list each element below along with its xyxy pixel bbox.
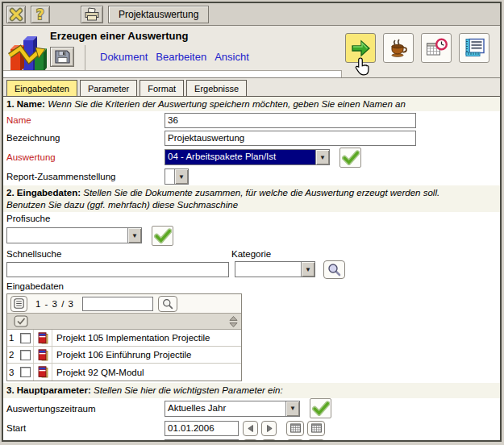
calendar-clock-icon bbox=[426, 38, 448, 58]
search-button[interactable] bbox=[323, 260, 345, 279]
table-header-row bbox=[7, 314, 241, 330]
sort-icon bbox=[229, 316, 238, 327]
start-calendar-alt-button[interactable] bbox=[307, 421, 325, 436]
table-row[interactable]: 3 Projekt 92 QM-Modul bbox=[7, 364, 241, 381]
save-icon bbox=[55, 50, 70, 64]
green-check-icon bbox=[154, 228, 172, 243]
table-row[interactable]: 2 Projekt 106 Einführung Projectile bbox=[7, 347, 241, 364]
name-label: Name bbox=[6, 115, 165, 125]
schnellsuche-input[interactable] bbox=[6, 262, 229, 277]
tab-eingabedaten[interactable]: Eingabedaten bbox=[6, 80, 77, 96]
close-icon bbox=[8, 6, 24, 23]
chart-logo-icon bbox=[8, 30, 47, 73]
document-tab-label: Projektauswertung bbox=[119, 9, 198, 20]
section1-heading: 1. Name: Wenn Sie die Kriterien der Ausw… bbox=[3, 97, 500, 111]
dropdown-arrow-icon: ▼ bbox=[174, 169, 188, 184]
arrow-right-icon bbox=[266, 425, 273, 432]
row-checkbox[interactable] bbox=[20, 367, 31, 377]
menu-item-dokument[interactable]: Dokument bbox=[100, 51, 148, 63]
row-checkbox[interactable] bbox=[20, 350, 31, 360]
profisuche-confirm-button[interactable] bbox=[152, 226, 173, 246]
menu-item-bearbeiten[interactable]: Bearbeiten bbox=[156, 51, 206, 63]
ende-date-input[interactable] bbox=[165, 439, 239, 443]
close-button[interactable] bbox=[6, 6, 26, 23]
arrow-left-icon bbox=[248, 425, 254, 432]
tab-parameter[interactable]: Parameter bbox=[80, 80, 137, 96]
schedule-button[interactable] bbox=[421, 33, 452, 63]
name-input[interactable] bbox=[165, 113, 416, 128]
start-calendar-button[interactable] bbox=[286, 421, 304, 436]
row-number: 1 bbox=[7, 333, 18, 343]
tab-ergebnisse[interactable]: Ergebnisse bbox=[186, 80, 247, 96]
calendar-icon bbox=[290, 423, 301, 433]
document-book-icon bbox=[38, 366, 48, 378]
section1-heading-italic: Wenn Sie die Kriterien der Auswertung sp… bbox=[48, 99, 406, 109]
report-list-button[interactable] bbox=[459, 33, 489, 63]
dropdown-arrow-icon: ▼ bbox=[315, 150, 329, 164]
table-menu-button[interactable] bbox=[10, 296, 27, 312]
report-zusammenstellung-label: Report-Zusammenstellung bbox=[6, 172, 165, 181]
tab-label: Format bbox=[148, 84, 176, 94]
application-window: ? Projektauswertung bbox=[2, 2, 502, 442]
row-title: Projekt 106 Einführung Projectile bbox=[52, 350, 241, 360]
document-book-icon bbox=[38, 332, 48, 344]
magnifier-icon bbox=[327, 263, 341, 277]
menu-item-ansicht[interactable]: Ansicht bbox=[215, 51, 249, 63]
start-label: Start bbox=[6, 423, 165, 433]
row-number: 2 bbox=[7, 350, 18, 360]
kategorie-select[interactable]: ▼ bbox=[235, 261, 315, 277]
run-report-button[interactable] bbox=[345, 33, 376, 63]
select-all-button[interactable] bbox=[7, 315, 34, 327]
zeitraum-confirm-button[interactable] bbox=[310, 398, 331, 418]
ende-prev-button[interactable] bbox=[243, 439, 258, 443]
profisuche-selected-value bbox=[7, 228, 127, 243]
print-button[interactable] bbox=[81, 6, 103, 23]
auswertung-label: Auswertung bbox=[6, 152, 165, 162]
calendar-icon bbox=[311, 423, 322, 433]
pagination-text: 1 - 3 / 3 bbox=[32, 299, 77, 309]
section3-heading-italic: Stellen Sie hier die wichtigsten Paramet… bbox=[94, 385, 283, 395]
hand-cursor-icon bbox=[353, 56, 371, 76]
form-area: 1. Name: Wenn Sie die Kriterien der Ausw… bbox=[3, 97, 500, 442]
zeitraum-select[interactable]: Aktuelles Jahr ▼ bbox=[165, 401, 300, 417]
tab-label: Ergebnisse bbox=[194, 84, 239, 94]
magnifier-icon bbox=[162, 298, 173, 310]
auswertung-select[interactable]: 04 - Arbeitspakete Plan/Ist ▼ bbox=[165, 149, 330, 165]
table-row[interactable]: 1 Projekt 105 Implementation Projectile bbox=[7, 330, 241, 347]
sort-button[interactable] bbox=[229, 316, 241, 327]
row-checkbox[interactable] bbox=[20, 333, 31, 343]
eingabedaten-label: Eingabedaten bbox=[3, 280, 500, 293]
document-tab-projektauswertung[interactable]: Projektauswertung bbox=[108, 6, 209, 23]
start-prev-button[interactable] bbox=[243, 421, 258, 436]
header: Erzeugen einer Auswertung Dokument Bearb… bbox=[3, 26, 500, 78]
table-filter-input[interactable] bbox=[82, 297, 153, 311]
schnellsuche-label: Schnellsuche bbox=[6, 249, 231, 259]
ende-next-button[interactable] bbox=[261, 439, 277, 443]
tab-format[interactable]: Format bbox=[140, 80, 184, 96]
ende-calendar-alt-button[interactable] bbox=[307, 439, 325, 443]
row-title: Projekt 105 Implementation Projectile bbox=[52, 333, 241, 343]
auswertung-confirm-button[interactable] bbox=[339, 148, 361, 168]
start-date-input[interactable] bbox=[165, 421, 239, 436]
kategorie-selected-value bbox=[235, 262, 301, 277]
bezeichnung-input[interactable] bbox=[165, 131, 416, 146]
tab-row: Eingabedaten Parameter Format Ergebnisse bbox=[3, 78, 500, 97]
ruler-report-icon bbox=[464, 38, 485, 58]
row-title: Projekt 92 QM-Modul bbox=[52, 368, 241, 377]
profisuche-label: Profisuche bbox=[3, 212, 500, 225]
profisuche-select[interactable]: ▼ bbox=[6, 227, 142, 243]
ende-calendar-button[interactable] bbox=[286, 439, 304, 443]
help-button[interactable]: ? bbox=[31, 6, 50, 23]
section2-heading-italic-line1: Stellen Sie die Dokumente zusammen, für … bbox=[83, 188, 439, 198]
page-title: Erzeugen einer Auswertung bbox=[50, 30, 188, 42]
report-zusammenstellung-select[interactable]: ▼ bbox=[165, 168, 189, 185]
printer-icon bbox=[84, 7, 100, 22]
table-search-button[interactable] bbox=[158, 296, 177, 312]
toolbar bbox=[345, 33, 489, 63]
auswertungszeitraum-label: Auswertungszeitraum bbox=[6, 404, 165, 414]
bezeichnung-label: Bezeichnung bbox=[6, 133, 165, 143]
save-button[interactable] bbox=[50, 47, 74, 67]
pause-break-button[interactable] bbox=[383, 33, 414, 63]
start-next-button[interactable] bbox=[261, 421, 277, 436]
select-all-check-icon bbox=[14, 315, 28, 327]
